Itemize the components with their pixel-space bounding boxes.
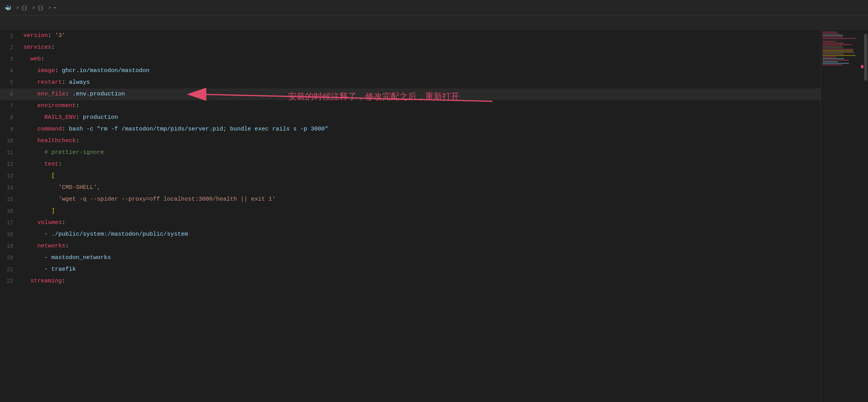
- line-code: healthcheck:: [20, 135, 821, 147]
- breadcrumb-sep3: >: [48, 5, 51, 11]
- token-indent: [23, 208, 51, 214]
- minimap-line: [822, 53, 843, 55]
- breadcrumb-string-icon: [54, 7, 56, 8]
- minimap-line: [822, 58, 844, 59]
- table-row: 1version: '3': [0, 30, 821, 42]
- line-number: 16: [0, 205, 20, 217]
- minimap-line: [822, 63, 849, 64]
- line-number: 15: [0, 194, 20, 205]
- line-number: 20: [0, 252, 20, 264]
- token-val-plain: ./public/system:/mastodon/public/system: [51, 231, 188, 238]
- minimap-line: [822, 42, 844, 44]
- token-key: RAILS_ENV: [44, 114, 76, 121]
- table-row: 3 web:: [0, 53, 821, 65]
- breadcrumb-sep2: >: [32, 5, 35, 11]
- table-row: 11 # prettier-ignore: [0, 147, 821, 159]
- table-row: 8 RAILS_ENV: production: [0, 112, 821, 123]
- token-key: environment: [37, 102, 76, 109]
- token-val-plain: .env.production: [72, 91, 125, 97]
- minimap-line: [822, 64, 842, 65]
- token-indent: [23, 102, 37, 109]
- table-row: 2services:: [0, 42, 821, 53]
- line-code: - mastodon_networks: [20, 252, 821, 264]
- line-code: web:: [20, 53, 821, 65]
- minimap: [821, 30, 863, 402]
- table-row: 22 streaming:: [0, 275, 821, 287]
- token-colon: :: [48, 32, 55, 39]
- code-table: 1version: '3'2services:3 web:4 image: gh…: [0, 30, 821, 287]
- table-row: 10 healthcheck:: [0, 135, 821, 147]
- line-code: streaming:: [20, 275, 821, 287]
- line-number: 2: [0, 42, 20, 53]
- line-number: 17: [0, 217, 20, 229]
- token-key: version: [23, 32, 48, 39]
- token-val-string: '3': [55, 32, 65, 39]
- table-row: 6 env_file: .env.production: [0, 88, 821, 100]
- line-number: 19: [0, 240, 20, 252]
- table-row: 16 ]: [0, 205, 821, 217]
- line-number: 9: [0, 123, 20, 135]
- minimap-line: [822, 56, 836, 58]
- minimap-line: [822, 35, 843, 36]
- token-val-plain: traefik: [51, 266, 76, 273]
- line-number: 22: [0, 275, 20, 287]
- line-code: - ./public/system:/mastodon/public/syste…: [20, 229, 821, 240]
- minimap-line: [822, 61, 838, 62]
- minimap-line: [822, 39, 845, 41]
- line-number: 14: [0, 182, 20, 194]
- token-val-plain: always: [69, 79, 90, 86]
- token-colon: :: [76, 138, 79, 144]
- minimap-line: [822, 36, 843, 37]
- minimap-line: [822, 50, 853, 51]
- line-number: 6: [0, 88, 20, 100]
- table-row: 15 'wget -q --spider --proxy=off localho…: [0, 194, 821, 205]
- line-number: 21: [0, 264, 20, 275]
- token-indent: [23, 138, 37, 144]
- table-row: 19 networks:: [0, 240, 821, 252]
- code-panel[interactable]: 1version: '3'2services:3 web:4 image: gh…: [0, 30, 821, 402]
- minimap-line: [822, 44, 852, 45]
- token-val-plain: mastodon_networks: [51, 254, 111, 261]
- table-row: 9 command: bash -c "rm -f /mastodon/tmp/…: [0, 123, 821, 135]
- breadcrumb-sep1: >: [16, 5, 19, 11]
- line-code: 'CMD-SHELL',: [20, 182, 821, 194]
- table-row: 12 test:: [0, 159, 821, 170]
- line-code: volumes:: [20, 217, 821, 229]
- scrollbar-thumb[interactable]: [864, 34, 867, 81]
- line-code: restart: always: [20, 77, 821, 88]
- token-indent: [23, 243, 37, 249]
- table-row: 7 environment:: [0, 100, 821, 112]
- token-indent: [23, 231, 44, 238]
- minimap-line: [822, 32, 837, 33]
- token-colon: :: [41, 56, 44, 62]
- table-row: 13 [: [0, 170, 821, 182]
- token-indent: [23, 219, 37, 226]
- line-code: 'wget -q --spider --proxy=off localhost:…: [20, 194, 821, 205]
- token-val-string: 'wget -q --spider --proxy=off localhost:…: [58, 196, 276, 203]
- scrollbar-track[interactable]: [863, 30, 868, 402]
- token-colon: :: [62, 278, 65, 284]
- token-colon: :: [51, 44, 55, 51]
- token-indent: [23, 56, 30, 62]
- line-code: command: bash -c "rm -f /mastodon/tmp/pi…: [20, 123, 821, 135]
- token-colon: :: [76, 102, 79, 109]
- token-bracket: [: [51, 173, 55, 179]
- line-number: 12: [0, 159, 20, 170]
- editor-area: 1version: '3'2services:3 web:4 image: gh…: [0, 30, 868, 402]
- line-number: 7: [0, 100, 20, 112]
- table-row: 14 'CMD-SHELL',: [0, 182, 821, 194]
- token-indent: [23, 196, 58, 203]
- table-row: 21 - traefik: [0, 264, 821, 275]
- token-key: streaming: [30, 278, 62, 284]
- line-number: 8: [0, 112, 20, 123]
- token-indent: [23, 254, 44, 261]
- token-colon: :: [65, 243, 69, 249]
- token-indent: [23, 161, 44, 168]
- breadcrumb-curly1: {}: [21, 5, 28, 11]
- line-code: version: '3': [20, 30, 821, 42]
- token-indent: [23, 149, 44, 156]
- table-row: 18 - ./public/system:/mastodon/public/sy…: [0, 229, 821, 240]
- table-row: 4 image: ghcr.io/mastodon/mastodon: [0, 65, 821, 77]
- token-key: command: [37, 126, 62, 132]
- token-indent: [23, 126, 37, 132]
